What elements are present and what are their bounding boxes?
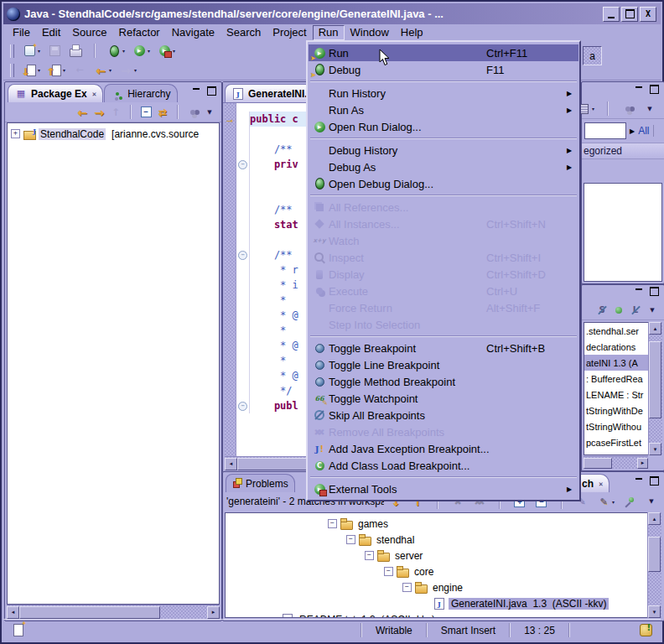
minus-icon[interactable] bbox=[402, 581, 412, 594]
toolbar-separator[interactable] bbox=[130, 105, 132, 119]
sort-icon[interactable] bbox=[595, 304, 609, 316]
toolbar-button[interactable]: ▾ bbox=[45, 62, 68, 78]
outline-item[interactable]: LENAME : Str bbox=[584, 387, 648, 402]
scroll-up-button[interactable]: ▴ bbox=[649, 322, 661, 335]
search-tree-row[interactable]: engine bbox=[226, 579, 647, 595]
outline-item[interactable]: declarations bbox=[584, 339, 648, 355]
run-menu-item[interactable]: All Instances... Ctrl+Shift+N ▶ bbox=[309, 216, 578, 232]
search-tree-row[interactable]: stendhal bbox=[226, 532, 647, 548]
outline-item[interactable]: .stendhal.ser bbox=[584, 323, 648, 339]
minimize-view-button[interactable] bbox=[633, 85, 644, 95]
view-menu-icon[interactable] bbox=[646, 304, 659, 316]
minus-icon[interactable] bbox=[384, 565, 393, 578]
run-menu-item[interactable]: Run Ctrl+F11 ▶ bbox=[309, 44, 578, 61]
scrollbar-thumb[interactable] bbox=[584, 458, 612, 469]
run-menu-item[interactable]: Toggle Method Breakpoint ▶ bbox=[309, 373, 578, 390]
scrollbar-thumb[interactable] bbox=[649, 341, 661, 418]
run-menu-item[interactable]: Run History ▶ bbox=[309, 85, 578, 101]
filters-icon[interactable] bbox=[186, 106, 200, 118]
toolbar-button[interactable]: ▾ bbox=[620, 494, 639, 510]
dropdown-arrow-icon[interactable]: ▾ bbox=[38, 67, 40, 73]
maximize-view-button[interactable] bbox=[206, 86, 217, 96]
scrollbar-thumb[interactable] bbox=[648, 537, 661, 572]
search-tree-row[interactable]: server bbox=[226, 548, 647, 564]
maximize-view-button[interactable] bbox=[649, 85, 660, 95]
scroll-down-button[interactable]: ▾ bbox=[648, 605, 661, 618]
run-menu-item[interactable]: Open Run Dialog... ▶ bbox=[309, 118, 578, 135]
toolbar-button[interactable]: ▾ bbox=[594, 494, 617, 510]
outline-horizontal-scrollbar[interactable]: ▸ bbox=[584, 456, 648, 469]
toolbar-button[interactable]: ▾ bbox=[642, 494, 661, 510]
dropdown-arrow-icon[interactable]: ▾ bbox=[109, 67, 112, 73]
toolbar-button[interactable]: ▾ bbox=[66, 43, 85, 59]
toolbar-button[interactable]: ▾ bbox=[87, 42, 102, 60]
menubar-item[interactable]: Refactor bbox=[113, 25, 166, 40]
minus-icon[interactable] bbox=[365, 549, 374, 562]
run-menu-item[interactable]: Add Class Load Breakpoint... ▶ bbox=[309, 457, 578, 474]
minimize-view-button[interactable] bbox=[633, 287, 644, 297]
run-menu-item[interactable]: Force Return Alt+Shift+F ▶ bbox=[309, 299, 578, 316]
fast-view-icon[interactable] bbox=[13, 624, 23, 636]
search-tree-row[interactable]: games bbox=[226, 516, 647, 532]
outline-vertical-scrollbar[interactable]: ▴ ▾ bbox=[648, 322, 662, 455]
toolbar-button[interactable]: ▾ bbox=[130, 43, 153, 59]
toolbar-button[interactable]: ▾ bbox=[70, 62, 89, 78]
annotation-ruler[interactable]: → bbox=[225, 103, 236, 456]
maximize-view-button[interactable] bbox=[649, 476, 660, 486]
expand-arrow-icon[interactable]: ▶ bbox=[630, 127, 635, 135]
scroll-left-button[interactable]: ◂ bbox=[7, 606, 19, 619]
toolbar-separator[interactable] bbox=[177, 105, 179, 119]
menubar-item[interactable]: Window bbox=[345, 25, 395, 40]
hide-fields-icon[interactable] bbox=[612, 304, 625, 316]
dropdown-arrow-icon[interactable]: ▾ bbox=[148, 48, 150, 54]
toolbar-button[interactable]: ▾ bbox=[117, 62, 139, 78]
category-header[interactable]: egorized bbox=[582, 143, 664, 159]
toolbar-button[interactable]: ▾ bbox=[619, 101, 637, 117]
run-menu-item[interactable]: Toggle Watchpoint ▶ bbox=[309, 390, 578, 407]
outline-item[interactable]: tStringWithDe bbox=[584, 402, 648, 418]
view-menu-icon[interactable] bbox=[203, 106, 216, 118]
run-menu-item[interactable]: Debug F11 ▶ bbox=[309, 61, 578, 78]
toolbar-button[interactable]: ▾ bbox=[91, 62, 114, 78]
menubar-item[interactable]: Run bbox=[313, 25, 345, 40]
toolbar-button[interactable]: ▾ bbox=[20, 43, 43, 59]
search-tree-row[interactable]: core bbox=[226, 564, 647, 579]
run-menu-item[interactable]: ▶ bbox=[309, 192, 578, 199]
tree-row-stendhalcode[interactable]: StendhalCode [arianne.cvs.source bbox=[8, 123, 219, 142]
menubar-item[interactable]: Help bbox=[395, 25, 429, 40]
dropdown-arrow-icon[interactable]: ▾ bbox=[122, 48, 125, 54]
dropdown-arrow-icon[interactable]: ▾ bbox=[592, 106, 594, 112]
all-link[interactable]: All bbox=[638, 125, 649, 137]
run-menu-item[interactable]: Skip All Breakpoints ▶ bbox=[309, 407, 578, 423]
minimize-button[interactable] bbox=[603, 7, 620, 22]
scroll-right-button[interactable]: ▸ bbox=[637, 458, 648, 469]
minimize-view-button[interactable] bbox=[633, 476, 644, 486]
run-menu-item[interactable]: All References... ▶ bbox=[309, 199, 578, 216]
close-tab-icon[interactable]: ✕ bbox=[599, 480, 603, 488]
scroll-right-button[interactable]: ▸ bbox=[207, 606, 220, 619]
run-menu-item[interactable]: Open Debug Dialog... ▶ bbox=[309, 175, 578, 192]
maximize-button[interactable] bbox=[621, 7, 638, 22]
toolbar-button[interactable]: ▾ bbox=[45, 43, 64, 59]
tab-package-explorer[interactable]: Package Ex ✕ bbox=[8, 84, 103, 102]
run-menu-item[interactable]: Debug History ▶ bbox=[309, 142, 578, 158]
run-menu-item[interactable]: ▶ bbox=[309, 135, 578, 142]
toolbar-drag-handle[interactable] bbox=[10, 64, 14, 77]
dropdown-arrow-icon[interactable]: ▾ bbox=[38, 48, 40, 54]
close-button[interactable]: X bbox=[640, 7, 656, 22]
outline-item[interactable]: : BufferedRea bbox=[584, 371, 648, 387]
fold-collapse-icon[interactable]: − bbox=[238, 402, 247, 411]
forward-nav-icon[interactable] bbox=[92, 106, 106, 118]
menubar-item[interactable]: File bbox=[7, 25, 36, 40]
filter-input[interactable] bbox=[584, 122, 626, 139]
horizontal-scrollbar[interactable]: ◂ ▸ bbox=[7, 605, 220, 619]
up-nav-icon[interactable] bbox=[109, 106, 122, 118]
dropdown-arrow-icon[interactable]: ▾ bbox=[63, 67, 65, 73]
run-menu-item[interactable]: ▶ bbox=[309, 474, 578, 480]
menubar-item[interactable]: Navigate bbox=[166, 25, 220, 40]
collapse-all-icon[interactable] bbox=[139, 106, 153, 118]
menubar-item[interactable]: Source bbox=[66, 25, 112, 40]
expand-plus-icon[interactable] bbox=[11, 127, 20, 140]
scroll-down-button[interactable]: ▾ bbox=[649, 443, 661, 455]
tab-generateini-editor[interactable]: GenerateINI. bbox=[225, 84, 314, 102]
